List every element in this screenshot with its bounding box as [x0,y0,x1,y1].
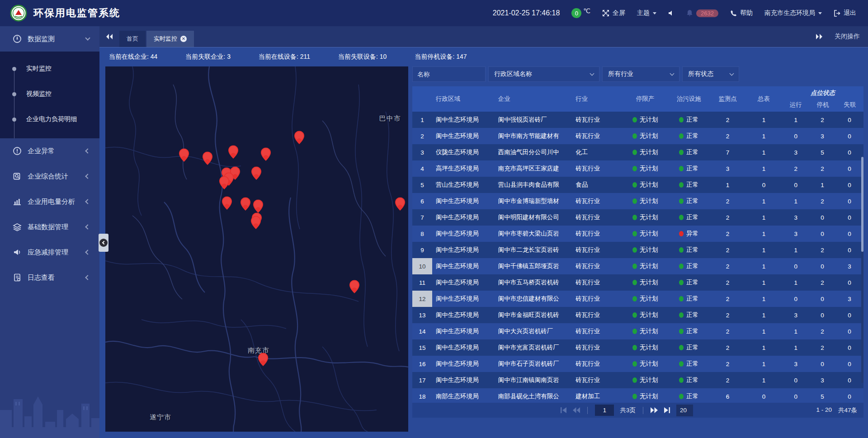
map-pin-1[interactable] [203,151,212,165]
sound-button[interactable] [668,10,675,16]
help-button[interactable]: 帮助 [730,9,753,17]
facility-status-label: 正常 [686,327,698,335]
table-row-5[interactable]: 5营山生态环境局营山县润丰肉食品有限食品无计划正常10010 [412,177,863,193]
sidebar-subitem-0-0[interactable]: 实时监控 [0,56,99,81]
map-pin-17[interactable] [258,353,268,366]
logout-button[interactable]: 退出 [834,9,856,17]
map[interactable]: 巴中市南充市遂宁市 [105,66,408,432]
stat-item-3: 当前失联设备: 10 [338,53,387,61]
status-dot-green-icon [632,394,637,399]
page-number-input[interactable] [595,405,614,416]
map-pin-9[interactable] [219,176,229,189]
table-row-13[interactable]: 13阆中生态环境局阆中市金福旺页岩机砖砖瓦行业无计划正常21300 [412,307,863,323]
row-index: 17 [412,372,432,388]
notifications[interactable]: 2632 [686,9,718,17]
facility-status-label: 正常 [686,132,698,140]
sidebar-collapse-button[interactable] [99,234,108,252]
cell-monitor: 2 [710,242,745,258]
first-page-button[interactable] [560,407,567,413]
col-run-header: 运行 [782,98,809,112]
facility-status-label: 正常 [686,181,698,189]
map-pin-2[interactable] [228,145,238,159]
header-right: 2021-02-25 17:46:18 0 ℃ 全屏 主题 [493,8,856,18]
sidebar-item-1[interactable]: 企业异常 [0,138,99,164]
sidebar-item-5[interactable]: 应急减排管理 [0,240,99,265]
map-pin-7[interactable] [251,166,261,180]
cell-region: 阆中生态环境局 [432,128,495,144]
table-row-8[interactable]: 8阆中生态环境局阆中市枣碧大梁山页岩砖瓦行业无计划异常21300 [412,226,863,242]
cell-company: 南充市高坪区王家店建 [495,160,572,177]
sidebar-item-3[interactable]: 企业用电量分析 [0,189,99,214]
fullscreen-button[interactable]: 全屏 [602,9,625,17]
table-row-12[interactable]: 12阆中生态环境局阆中市忠信建材有限公砖瓦行业无计划正常21003 [412,291,863,307]
status-dot-green-icon [679,312,684,318]
sidebar-item-2[interactable]: 企业综合统计 [0,164,99,189]
row-index: 16 [412,356,432,372]
tab-1[interactable]: 实时监控✕ [146,31,194,47]
production-status-label: 无计划 [640,262,658,270]
map-pin-3[interactable] [261,147,271,161]
sidebar-subitem-0-2[interactable]: 企业电力负荷明细 [0,107,99,132]
tab-0[interactable]: 首页 [119,31,146,47]
theme-dropdown[interactable]: 主题 [637,9,656,17]
name-search-input[interactable] [412,66,486,82]
col-offline-header: 失联 [836,98,863,112]
table-row-9[interactable]: 9阆中生态环境局阆中市二龙长宝页岩砖砖瓦行业无计划正常21120 [412,242,863,258]
table-scrollbar-thumb[interactable] [861,157,863,252]
sidebar-item-4[interactable]: 基础数据管理 [0,214,99,240]
org-dropdown[interactable]: 南充市生态环境局 [764,9,822,17]
prev-page-button[interactable] [573,407,580,413]
table-row-6[interactable]: 6阆中生态环境局阆中市金博瑞新型墙材砖瓦行业无计划正常21120 [412,193,863,209]
map-pin-16[interactable] [349,280,359,293]
map-pin-11[interactable] [241,198,250,211]
cell-offline: 0 [835,388,863,403]
close-operations-button[interactable]: 关闭操作 [835,33,860,41]
status-dot-green-icon [632,247,637,253]
sidebar-item-0[interactable]: 数据监测 [0,26,99,52]
table-row-15[interactable]: 15阆中生态环境局阆中市光富页岩机砖厂砖瓦行业无计划正常21120 [412,339,863,356]
cell-stop: 0 [809,356,835,372]
facility-status-label: 正常 [686,148,698,156]
map-pin-0[interactable] [179,148,189,162]
map-pin-14[interactable] [251,216,261,229]
table-row-1[interactable]: 1阆中生态环境局阆中强锐页岩砖厂砖瓦行业无计划正常21120 [412,112,863,128]
tabs-scroll-right-button[interactable] [816,33,823,40]
next-page-button[interactable] [651,407,658,413]
page-size-select[interactable]: 20 [676,405,693,416]
region-filter-select[interactable]: 行政区域名称 [488,66,599,82]
table-row-17[interactable]: 17阆中生态环境局阆中市江南镇阆南页岩砖瓦行业无计划正常21030 [412,372,863,388]
cell-run: 1 [782,274,809,291]
status-dot-green-icon [632,166,637,171]
map-pin-4[interactable] [294,131,304,144]
pin-icon [261,147,271,161]
table-row-11[interactable]: 11阆中生态环境局阆中市五马桥页岩机砖砖瓦行业无计划正常21120 [412,274,863,291]
production-status-label: 无计划 [640,181,658,189]
last-page-button[interactable] [664,407,670,413]
cell-facility: 正常 [668,356,710,372]
table-row-4[interactable]: 4高坪生态环境局南充市高坪区王家店建砖瓦行业无计划正常31220 [412,160,863,177]
cell-industry: 砖瓦行业 [572,128,623,144]
table-row-14[interactable]: 14阆中生态环境局阆中大兴页岩机砖厂砖瓦行业无计划正常21120 [412,323,863,339]
sidebar-item-6[interactable]: 日志查看 [0,265,99,290]
cell-meter: 1 [745,209,782,226]
table-row-18[interactable]: 18南部生态环境局南部县砚化土湾有限公建材加工无计划正常60050 [412,388,863,403]
cell-run: 2 [782,160,809,177]
table-row-10[interactable]: 10阆中生态环境局阆中千佛镇五郎垭页岩砖瓦行业无计划正常21003 [412,258,863,274]
map-pin-15[interactable] [395,198,405,211]
main-area: 首页实时监控✕ 关闭操作 当前在线企业: 44当前失联企业: 3当前在线设备: … [99,26,868,438]
table-scrollbar-track[interactable] [861,157,863,383]
cell-company: 阆中市金博瑞新型墙材 [495,193,572,209]
map-pin-10[interactable] [222,196,232,210]
production-status-label: 无计划 [640,327,658,335]
status-filter-select[interactable]: 所有状态 [682,66,739,82]
table-row-3[interactable]: 3仪陇生态环境局西南油气田分公司川中化工无计划正常71350 [412,144,863,160]
sidebar-item-label: 应急减排管理 [28,248,86,257]
table-row-7[interactable]: 7阆中生态环境局阆中明阳建材有限公司砖瓦行业无计划正常21300 [412,209,863,226]
industry-filter-select[interactable]: 所有行业 [602,66,679,82]
tabs-scroll-left-button[interactable] [99,26,119,47]
sidebar-subitem-0-1[interactable]: 视频监控 [0,81,99,107]
tab-close-icon[interactable]: ✕ [180,36,187,42]
table-row-16[interactable]: 16阆中生态环境局阆中市石子页岩机砖厂砖瓦行业无计划正常21300 [412,356,863,372]
table-row-2[interactable]: 2阆中生态环境局阆中市南方节能建材有砖瓦行业无计划正常21030 [412,128,863,144]
map-pin-12[interactable] [253,199,263,213]
